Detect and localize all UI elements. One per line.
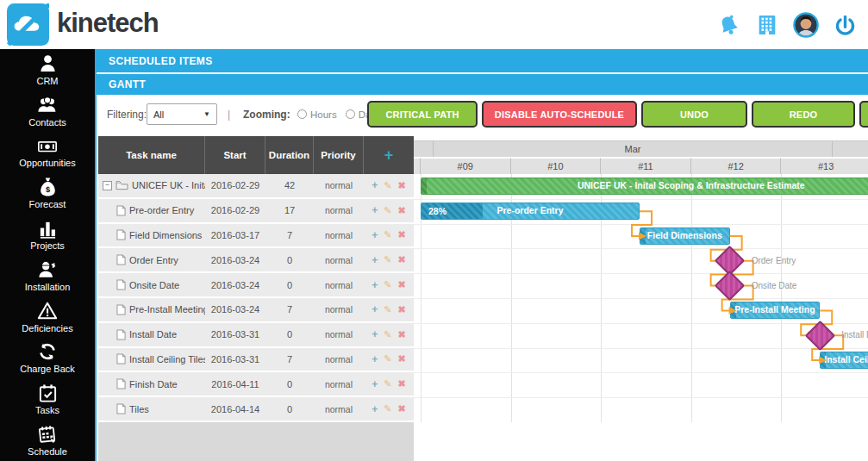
table-row[interactable]: Tiles 2016-04-14 0 normal + ✎ ✖ [98, 397, 414, 422]
table-row[interactable]: Pre-Install Meeting 2016-03-24 7 normal … [98, 298, 414, 323]
pencil-icon[interactable]: ✎ [384, 205, 391, 216]
task-duration-cell: 42 [265, 180, 314, 190]
kinetech-logo[interactable] [7, 3, 49, 46]
delete-icon[interactable]: ✖ [398, 180, 406, 191]
filter-select[interactable]: All ▼ [147, 95, 217, 134]
delete-icon[interactable]: ✖ [398, 378, 406, 389]
gantt-chart-area: UNICEF UK - Inital Scoping & Infrastruct… [414, 174, 868, 422]
sidebar-item-deficiencies[interactable]: Deficiencies [0, 296, 95, 338]
task-start-cell: 2016-04-14 [205, 404, 265, 414]
plus-icon[interactable]: + [372, 303, 378, 315]
undo-button[interactable]: UNDO [641, 101, 747, 128]
delete-icon[interactable]: ✖ [398, 304, 406, 315]
table-row[interactable]: Field Dimensions 2016-03-17 7 normal + ✎… [98, 224, 414, 249]
refresh-icon [37, 341, 58, 362]
task-name-cell: Tiles [98, 403, 205, 414]
sidebar-item-projects[interactable]: Projects [0, 214, 95, 255]
table-row[interactable]: Pre-order Entry 2016-02-29 17 normal + ✎… [98, 199, 414, 224]
gantt-bar[interactable]: GANTT [97, 74, 868, 95]
scheduled-items-bar[interactable]: SCHEDULED ITEMS [97, 49, 868, 72]
table-row[interactable]: Finish Date 2016-04-11 0 normal + ✎ ✖ [98, 372, 414, 397]
sidebar-item-forecast[interactable]: $ Forecast [0, 172, 95, 214]
cash-icon [37, 135, 58, 156]
task-start-cell: 2016-04-11 [205, 379, 265, 389]
plus-icon[interactable]: + [372, 378, 378, 390]
pencil-icon[interactable]: ✎ [384, 329, 391, 340]
doc-icon [116, 254, 126, 265]
delete-icon[interactable]: ✖ [398, 353, 406, 364]
table-row[interactable]: −UNICEF UK - Inital Scoping & Infrastruc… [98, 174, 414, 199]
plus-icon[interactable]: + [372, 353, 378, 365]
pencil-icon[interactable]: ✎ [384, 353, 391, 364]
task-start-cell: 2016-03-31 [205, 329, 265, 340]
bell-icon[interactable] [715, 12, 741, 38]
task-name-cell: −UNICEF UK - Inital Scoping & Infrastruc… [98, 180, 205, 190]
sidebar-item-installation[interactable]: Installation [0, 255, 95, 296]
month-cell-mar: Mar [434, 140, 833, 157]
column-header-start[interactable]: Start [205, 136, 265, 174]
delete-icon[interactable]: ✖ [398, 229, 406, 240]
milestone-label: Onsite Date [752, 281, 797, 290]
task-priority-cell: normal [314, 404, 364, 414]
task-start-cell: 2016-02-29 [205, 205, 265, 215]
sidebar-item-charge-back[interactable]: Charge Back [0, 338, 95, 379]
task-start-cell: 2016-03-31 [205, 354, 265, 364]
pencil-icon[interactable]: ✎ [384, 279, 391, 290]
add-task-button[interactable]: + [364, 136, 414, 174]
plus-icon[interactable]: + [372, 254, 378, 266]
money-bag-icon: $ [37, 177, 58, 197]
table-row[interactable]: Order Entry 2016-03-24 0 normal + ✎ ✖ [98, 248, 414, 273]
pencil-icon[interactable]: ✎ [384, 254, 391, 265]
pencil-icon[interactable]: ✎ [384, 403, 391, 414]
task-name-cell: Order Entry [98, 254, 205, 265]
pencil-icon[interactable]: ✎ [384, 378, 391, 389]
plus-icon[interactable]: + [372, 229, 378, 241]
radio-icon[interactable] [346, 109, 355, 119]
top-header: kinetech [0, 0, 868, 49]
plus-icon[interactable]: + [372, 279, 378, 291]
plus-icon[interactable]: + [372, 403, 378, 415]
topbar-icons [715, 8, 858, 42]
sidebar-item-tasks[interactable]: Tasks [0, 378, 95, 420]
timeline-month-row: Mar [414, 140, 868, 157]
sidebar-item-label: Installation [25, 282, 71, 292]
disable-auto-schedule-button[interactable]: DISABLE AUTO-SCHEDULE [482, 101, 637, 128]
plus-icon[interactable]: + [372, 204, 378, 216]
delete-icon[interactable]: ✖ [398, 403, 406, 414]
column-header-duration[interactable]: Duration [265, 136, 314, 174]
table-row[interactable]: Onsite Date 2016-03-24 0 normal + ✎ ✖ [98, 273, 414, 298]
filter-value: All [153, 109, 164, 120]
collapse-icon[interactable]: − [103, 181, 112, 190]
plus-icon[interactable]: + [372, 328, 378, 340]
radio-icon[interactable] [297, 109, 307, 119]
table-row[interactable]: Install Ceiling Tiles 2016-03-31 7 norma… [98, 348, 414, 373]
building-icon[interactable] [754, 12, 780, 38]
bar-chart-icon [37, 218, 58, 239]
sidebar-item-opportunities[interactable]: Opportunities [0, 132, 95, 173]
column-header-task-name[interactable]: Task name [98, 136, 205, 174]
delete-icon[interactable]: ✖ [398, 279, 406, 290]
partial-button[interactable] [859, 101, 868, 128]
pencil-icon[interactable]: ✎ [384, 229, 391, 240]
task-priority-cell: normal [314, 255, 364, 265]
pencil-icon[interactable]: ✎ [384, 180, 391, 191]
critical-path-button[interactable]: CRITICAL PATH [367, 101, 478, 128]
column-header-priority[interactable]: Priority [314, 136, 364, 174]
delete-icon[interactable]: ✖ [398, 329, 406, 340]
task-name-cell: Install Date [98, 329, 205, 340]
sidebar-item-label: Schedule [28, 446, 67, 457]
avatar[interactable] [793, 12, 819, 38]
worker-icon [37, 259, 58, 280]
delete-icon[interactable]: ✖ [398, 254, 406, 265]
plus-icon[interactable]: + [372, 179, 378, 191]
table-row[interactable]: Install Date 2016-03-31 0 normal + ✎ ✖ [98, 323, 414, 348]
zoom-option-hours[interactable]: Hours [297, 109, 337, 120]
power-icon[interactable] [832, 12, 858, 38]
sidebar-item-schedule[interactable]: Schedule [0, 420, 95, 461]
delete-icon[interactable]: ✖ [398, 205, 406, 216]
sidebar-item-crm[interactable]: CRM [0, 49, 95, 90]
task-duration-cell: 7 [265, 304, 314, 315]
sidebar-item-contacts[interactable]: Contacts [0, 90, 95, 132]
pencil-icon[interactable]: ✎ [384, 304, 391, 315]
redo-button[interactable]: REDO [752, 101, 855, 128]
